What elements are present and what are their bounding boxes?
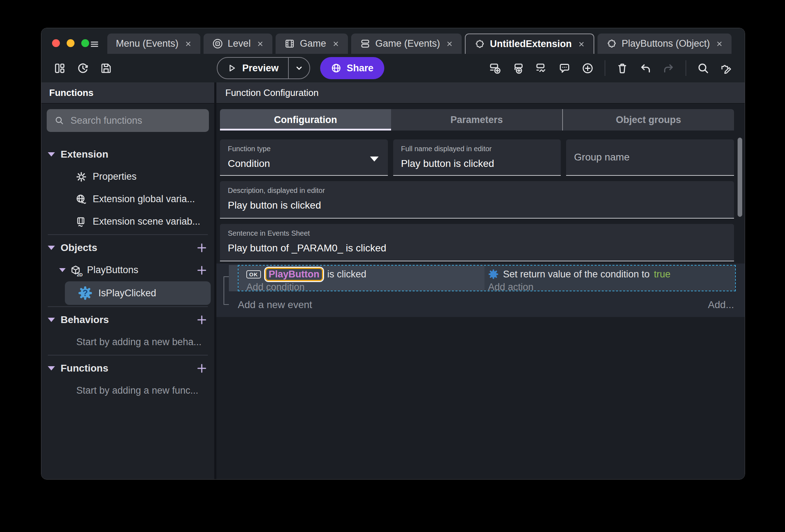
sentence-field[interactable]: Sentence in Events Sheet Play button of … xyxy=(220,224,734,261)
edit-extension-icon[interactable] xyxy=(720,62,733,75)
tab-object-groups[interactable]: Object groups xyxy=(562,109,734,131)
cube-2d-icon: 2D xyxy=(70,265,81,276)
panel-title: Function Configuration xyxy=(216,82,745,104)
event-indent-bracket xyxy=(224,276,229,305)
chevron-down-icon[interactable] xyxy=(48,246,55,250)
close-window-button[interactable] xyxy=(52,39,60,47)
event-drag-handle[interactable] xyxy=(229,265,238,291)
add-condition-link[interactable]: Add condition xyxy=(246,282,484,293)
tree-item-isplayclicked-selected[interactable]: ? IsPlayClicked xyxy=(65,281,211,305)
add-action-link[interactable]: Add action xyxy=(488,282,735,293)
add-behavior-button[interactable] xyxy=(196,314,208,326)
minimize-window-button[interactable] xyxy=(67,39,75,47)
search-icon[interactable] xyxy=(697,62,709,75)
tab-game-events[interactable]: Game (Events) xyxy=(351,34,462,54)
add-circle-icon[interactable] xyxy=(581,62,594,75)
tab-label: Game (Events) xyxy=(375,38,440,49)
field-label: Function type xyxy=(228,145,380,153)
group-name-field[interactable] xyxy=(566,139,734,176)
tab-level[interactable]: Level xyxy=(204,34,273,54)
editor-tabstrip: Menu (Events) Level Game Game (Events) U xyxy=(107,34,732,54)
add-function-button[interactable] xyxy=(196,362,208,374)
tab-game[interactable]: Game xyxy=(276,34,348,54)
condition-object-name[interactable]: PlayButton xyxy=(265,268,323,281)
item-label: Properties xyxy=(93,171,137,182)
group-name-input[interactable] xyxy=(574,139,726,175)
add-comment-icon[interactable] xyxy=(558,62,571,75)
function-configuration-panel: Function Configuration Configuration Par… xyxy=(214,82,745,480)
tree-section-functions[interactable]: Functions xyxy=(48,357,214,379)
chevron-down-icon[interactable] xyxy=(59,268,66,272)
item-label: IsPlayClicked xyxy=(98,288,156,299)
configuration-tabs: Configuration Parameters Object groups xyxy=(220,109,734,131)
tab-parameters[interactable]: Parameters xyxy=(391,109,562,131)
tree-item-global-variables[interactable]: Extension global varia... xyxy=(48,188,214,210)
preview-label: Preview xyxy=(242,63,278,74)
vertical-scrollbar-thumb[interactable] xyxy=(738,138,742,217)
version-history-icon[interactable] xyxy=(77,62,89,75)
functions-sidebar: Functions Extension Properties Extension… xyxy=(41,82,214,480)
undo-icon[interactable] xyxy=(639,62,652,75)
search-functions-box[interactable] xyxy=(47,109,209,132)
toolbar-divider xyxy=(605,60,605,76)
tab-playbuttons-object[interactable]: PlayButtons (Object) xyxy=(597,34,732,54)
chevron-down-icon[interactable] xyxy=(289,63,309,73)
tab-untitled-extension[interactable]: UntitledExtension xyxy=(465,34,594,54)
app-window: Menu (Events) Level Game Game (Events) U xyxy=(41,28,745,480)
condition-text: is clicked xyxy=(327,269,366,280)
full-name-field[interactable]: Full name displayed in editor Play butto… xyxy=(393,139,561,176)
tree-item-properties[interactable]: Properties xyxy=(48,165,214,188)
tree-section-extension[interactable]: Extension xyxy=(48,143,214,165)
tab-configuration[interactable]: Configuration xyxy=(220,109,391,131)
chevron-down-icon[interactable] xyxy=(48,318,55,322)
app-menu-icon[interactable] xyxy=(89,40,100,48)
toolbar-divider xyxy=(686,60,686,76)
project-manager-icon[interactable] xyxy=(53,62,66,75)
close-icon[interactable] xyxy=(185,40,192,47)
tree-item-scene-variables[interactable]: Extension scene variab... xyxy=(48,210,214,233)
zoom-window-button[interactable] xyxy=(81,39,89,47)
field-label: Description, displayed in editor xyxy=(228,186,726,195)
action-text: Set return value of the condition to xyxy=(503,269,650,280)
preview-button[interactable]: Preview xyxy=(217,57,310,79)
close-icon[interactable] xyxy=(578,41,585,48)
close-icon[interactable] xyxy=(332,40,339,47)
event-row-selected[interactable]: OK PlayButton is clicked Add condition xyxy=(229,265,736,291)
add-other-event-icon[interactable] xyxy=(535,62,548,75)
share-button[interactable]: Share xyxy=(320,57,384,79)
search-functions-input[interactable] xyxy=(71,115,201,126)
item-label: Extension global varia... xyxy=(93,194,195,205)
chevron-down-icon[interactable] xyxy=(48,366,55,370)
window-controls xyxy=(52,39,89,47)
add-object-button[interactable] xyxy=(196,242,208,254)
add-event-icon[interactable] xyxy=(489,62,501,75)
globe-variable-icon xyxy=(76,194,87,205)
close-icon[interactable] xyxy=(257,40,264,47)
tree-section-behaviors[interactable]: Behaviors xyxy=(48,308,214,331)
redo-icon[interactable] xyxy=(662,62,675,75)
close-icon[interactable] xyxy=(446,40,453,47)
scene-level-icon xyxy=(212,38,223,49)
add-object-function-button[interactable] xyxy=(196,264,208,276)
gdevelop-gear-icon xyxy=(488,269,499,280)
add-subevent-icon[interactable] xyxy=(512,62,524,75)
chevron-down-icon[interactable] xyxy=(48,152,55,157)
field-value: Play button of _PARAM0_ is clicked xyxy=(228,242,726,254)
tab-menu-events[interactable]: Menu (Events) xyxy=(107,34,200,54)
add-new-event-link[interactable]: Add a new event xyxy=(238,299,312,311)
tree-section-objects[interactable]: Objects xyxy=(48,236,214,259)
condition-function-icon: ? xyxy=(78,286,93,301)
delete-icon[interactable] xyxy=(616,62,628,75)
tree-item-playbuttons[interactable]: 2D PlayButtons xyxy=(48,259,214,281)
share-label: Share xyxy=(347,63,374,74)
function-type-select[interactable]: Function type Condition xyxy=(220,139,388,176)
add-more-button[interactable]: Add... xyxy=(708,299,734,311)
action-instruction[interactable]: Set return value of the condition to tru… xyxy=(488,267,735,281)
conditions-column: OK PlayButton is clicked Add condition xyxy=(238,266,484,291)
close-icon[interactable] xyxy=(716,40,723,47)
titlebar: Menu (Events) Level Game Game (Events) U xyxy=(41,28,745,54)
description-field[interactable]: Description, displayed in editor Play bu… xyxy=(220,181,734,219)
condition-instruction[interactable]: OK PlayButton is clicked xyxy=(246,267,484,281)
save-icon[interactable] xyxy=(100,62,112,75)
actions-column: Set return value of the condition to tru… xyxy=(484,266,735,291)
